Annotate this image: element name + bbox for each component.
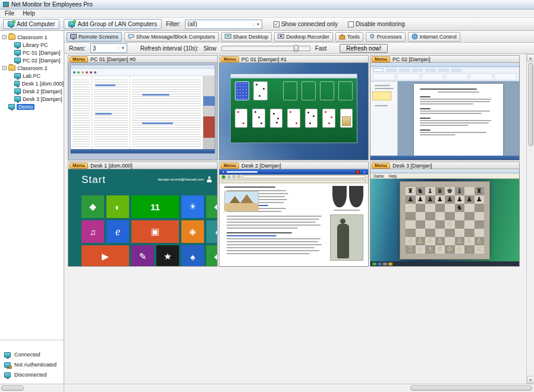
horizontal-scroll-thumb[interactable] [410,385,532,391]
chess-square: ♟ [406,195,416,204]
chess-square [416,204,426,212]
chess-square [416,212,426,220]
thumbnail-menu-button[interactable]: Menu [221,163,239,169]
view-controls-toolbar: Rows: 3 ▼ Refresh interval (10s): Slow F… [64,43,534,54]
scroll-down-arrow[interactable]: ▼ [527,376,534,384]
thumbnail-desk3: Menu Desk 3 [Damjan] Game Help ♜♞♝♛♚♝♜♟♟… [370,162,520,267]
tree-item-pc-02[interactable]: PC 02 [Damjan] [0,56,64,64]
folder-icon [8,65,15,71]
share-desktop-button[interactable]: Share Desktop [221,32,272,42]
disable-monitoring-checkbox-row[interactable]: Disable monitoring [348,21,405,27]
tree-item-desk-2[interactable]: Desk 2 [Damjan] [0,87,64,95]
legend-not-authenticated: Not Authenticated [4,362,56,368]
pyramids-image [224,191,259,211]
remote-screens-button[interactable]: Remote Screens [67,32,122,42]
filter-select[interactable]: (all) ▼ [185,20,262,29]
sidebar-scroll-thumb[interactable] [1,385,24,391]
chess-square [455,220,465,229]
tree-item-pc-01[interactable]: PC 01 [Damjan] [0,49,64,56]
thumbnail-title: Desk 1 [dom.000] [90,163,133,169]
thumbnail-header: Menu PC 01 [Damjan] #0 [68,55,218,63]
computer-icon [14,96,21,102]
chess-square: ♔ [445,245,455,254]
tree-item-desk-3[interactable]: Desk 3 [Damjan] [0,95,64,103]
toolbox-icon [339,34,345,40]
not-authenticated-status-icon [4,362,11,368]
chess-square [464,220,475,229]
thumbnail-title: PC 02 [Damjan] [392,56,431,62]
close-icon [356,170,360,174]
processes-button[interactable]: ⚙ Processes [366,32,406,42]
thumbnail-menu-button[interactable]: Menu [221,56,239,62]
filter-label: Filter: [166,21,181,27]
tree-item-library-pc[interactable]: Library PC [0,41,64,49]
desktop-recorder-button[interactable]: Desktop Recorder [274,32,333,42]
partial-tile-1: ◆ [206,195,217,218]
add-computer-button[interactable]: + Add Computer [3,19,59,29]
menu-bar: File Help [0,10,534,18]
tree-item-demo-selected[interactable]: Demo [0,103,64,110]
thumbnail-menu-button[interactable]: Menu [70,56,88,62]
rows-value: 3 [93,45,96,52]
legend-connected: Connected [4,352,56,358]
chess-square: ♙ [464,237,475,245]
chess-square [406,212,416,220]
refresh-interval-slider[interactable] [221,46,310,51]
chess-square: ♟ [425,195,435,204]
tools-button[interactable]: Tools [335,32,363,42]
internet-control-button[interactable]: Internet Control [408,32,460,42]
slider-fast-label: Fast [315,45,326,52]
chess-square [406,220,416,229]
slider-thumb[interactable] [294,45,299,52]
remote-screen-windows8-start[interactable]: Start damjan.strumk@hotmail.com ◆◐11☀◆♫e… [68,169,218,267]
vertical-scrollbar[interactable]: ▲ ▼ [526,54,534,384]
thumbnail-menu-button[interactable]: Menu [372,163,390,169]
remote-screen-word-document[interactable] [370,63,520,160]
show-connected-checkbox-row[interactable]: ✓ Show connected only [274,21,338,27]
chess-square [416,229,426,237]
chess-square: ♗ [455,245,465,254]
thumbnail-menu-button[interactable]: Menu [372,56,390,62]
action-toolbar: Remote Screens Show Message/Block Comput… [64,31,534,43]
chess-square [406,204,416,212]
computer-icon [14,73,21,78]
chess-square [435,212,445,220]
chess-menu-help: Help [389,174,397,178]
sidebar-horizontal-scrollbar[interactable] [0,384,64,392]
add-group-button[interactable]: + Add Group of LAN Computers [64,19,161,29]
remote-screen-chess-game[interactable]: Game Help ♜♞♝♛♚♝♜♟♟♟♟♟♟♟♟♞♙♙♙♙♙♙♙♙♖♘♗♕♔♗… [370,169,520,267]
collapse-icon[interactable]: − [2,35,7,39]
status-legend: Connected Not Authenticated Disconnected [4,352,56,378]
tree-item-classroom-2[interactable]: − Classroom 2 [0,64,64,72]
menu-file[interactable]: File [5,10,14,17]
tree-item-desk-1[interactable]: Desk 1 [dom.000] [0,80,64,87]
remote-screen-code-editor[interactable] [68,63,218,160]
remote-screen-web-browser[interactable] [219,169,369,267]
tree-item-classroom-1[interactable]: − Classroom 1 [0,33,64,41]
chess-square [464,212,475,220]
main-horizontal-scrollbar[interactable] [64,384,534,392]
chess-square: ♖ [475,245,485,254]
internet-explorer-tile: e [106,220,129,243]
menu-help[interactable]: Help [23,10,35,17]
thumbnail-menu-button[interactable]: Menu [70,163,88,169]
vertical-scroll-thumb[interactable] [528,63,533,146]
start-label: Start [81,174,106,186]
disable-monitoring-checkbox[interactable] [348,21,354,27]
refresh-now-button[interactable]: Refresh now! [340,44,388,53]
chess-square [464,187,475,195]
messaging-tile: ✎ [131,245,154,267]
thumbnail-header: Menu Desk 3 [Damjan] [370,162,520,169]
scroll-up-arrow[interactable]: ▲ [527,54,534,62]
photos-tile: ▣ [131,220,179,243]
collapse-icon[interactable]: − [2,66,7,70]
chevron-down-icon: ▼ [118,46,125,50]
thumbnail-pc01-1: Menu PC 01 [Damjan] #1 [219,55,369,160]
show-connected-checkbox[interactable]: ✓ [274,21,279,27]
chess-square: ♙ [435,237,445,245]
show-message-block-button[interactable]: Show Message/Block Computers [124,32,219,42]
thumbnail-pc02: Menu PC 02 [Damjan] [370,55,520,160]
remote-screen-solitaire[interactable] [219,63,369,160]
rows-select[interactable]: 3 ▼ [90,43,127,53]
tree-item-lab-pc[interactable]: Lab PC [0,72,64,80]
